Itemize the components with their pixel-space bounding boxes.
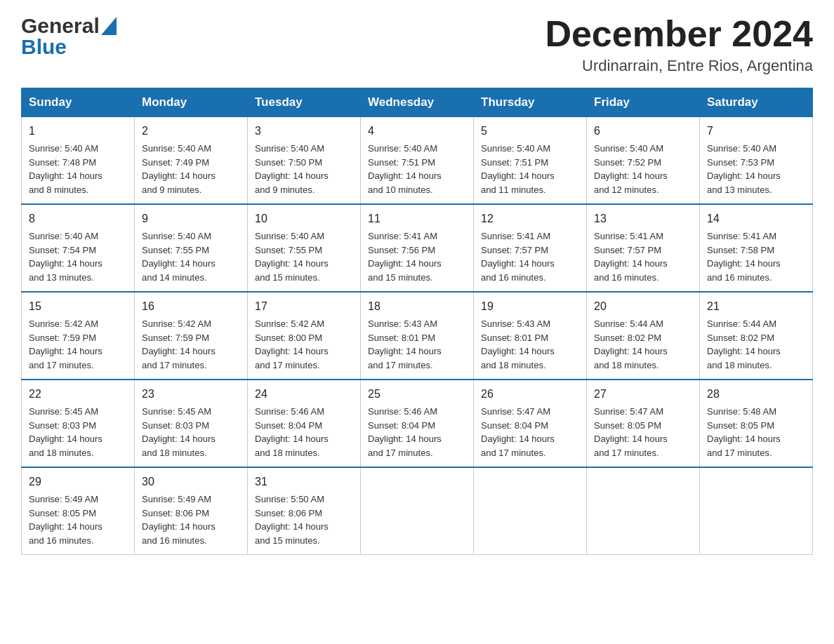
calendar-week-1: 1Sunrise: 5:40 AMSunset: 7:48 PMDaylight…	[22, 117, 813, 205]
logo-blue-text: Blue	[21, 35, 117, 59]
calendar-cell: 19Sunrise: 5:43 AMSunset: 8:01 PMDayligh…	[474, 292, 587, 380]
sun-info-line: Daylight: 14 hours	[255, 434, 329, 444]
day-number: 14	[707, 210, 805, 227]
day-number: 7	[707, 123, 805, 140]
sun-info-line: and 16 minutes.	[29, 535, 94, 546]
calendar-cell: 16Sunrise: 5:42 AMSunset: 7:59 PMDayligh…	[135, 292, 248, 380]
calendar-cell: 24Sunrise: 5:46 AMSunset: 8:04 PMDayligh…	[248, 380, 361, 467]
sun-info-line: Sunrise: 5:40 AM	[368, 143, 437, 154]
sun-info-line: Sunset: 7:58 PM	[707, 245, 774, 255]
sun-info-line: Sunrise: 5:41 AM	[594, 231, 663, 241]
sun-info-line: Sunset: 7:50 PM	[255, 157, 322, 168]
sun-info-line: Sunrise: 5:42 AM	[29, 318, 98, 329]
calendar-cell: 27Sunrise: 5:47 AMSunset: 8:05 PMDayligh…	[587, 380, 700, 467]
calendar-cell	[700, 467, 813, 555]
sun-info-line: Daylight: 14 hours	[255, 521, 329, 532]
sun-info-line: Daylight: 14 hours	[142, 346, 216, 356]
day-number: 26	[481, 386, 579, 403]
sun-info-line: Daylight: 14 hours	[142, 521, 216, 532]
calendar-week-2: 8Sunrise: 5:40 AMSunset: 7:54 PMDaylight…	[22, 204, 813, 292]
sun-info-line: and 17 minutes.	[255, 360, 320, 370]
sun-info-line: Sunrise: 5:48 AM	[707, 406, 776, 417]
col-sunday: Sunday	[22, 88, 135, 117]
day-number: 8	[29, 210, 127, 227]
col-thursday: Thursday	[474, 88, 587, 117]
day-number: 6	[594, 123, 692, 140]
calendar-cell: 11Sunrise: 5:41 AMSunset: 7:56 PMDayligh…	[361, 204, 474, 292]
logo-general-text: General	[21, 14, 100, 38]
sun-info-line: Sunset: 7:55 PM	[255, 245, 322, 255]
sun-info-line: Sunrise: 5:42 AM	[255, 318, 324, 329]
day-number: 20	[594, 298, 692, 315]
sun-info-line: and 15 minutes.	[255, 272, 320, 283]
sun-info-line: and 12 minutes.	[594, 185, 659, 195]
day-number: 15	[29, 298, 127, 315]
sun-info-line: Sunrise: 5:45 AM	[142, 406, 211, 417]
sun-info-line: Sunrise: 5:43 AM	[481, 318, 550, 329]
sun-info-line: Sunset: 8:02 PM	[707, 333, 774, 343]
calendar-cell: 26Sunrise: 5:47 AMSunset: 8:04 PMDayligh…	[474, 380, 587, 467]
calendar-cell	[474, 467, 587, 555]
sun-info-line: Daylight: 14 hours	[29, 258, 102, 269]
sun-info-line: Sunset: 8:04 PM	[255, 420, 322, 431]
sun-info-line: and 16 minutes.	[594, 272, 659, 283]
sun-info-line: Sunset: 8:06 PM	[142, 508, 209, 518]
sun-info-line: and 17 minutes.	[707, 448, 772, 458]
sun-info-line: Sunrise: 5:49 AM	[142, 494, 211, 504]
day-number: 4	[368, 123, 466, 140]
calendar-cell: 5Sunrise: 5:40 AMSunset: 7:51 PMDaylight…	[474, 117, 587, 205]
day-number: 18	[368, 298, 466, 315]
calendar-cell	[361, 467, 474, 555]
sun-info-line: Sunrise: 5:40 AM	[255, 231, 324, 241]
day-number: 30	[142, 474, 240, 490]
sun-info-line: Sunrise: 5:40 AM	[707, 143, 776, 154]
day-number: 25	[368, 386, 466, 403]
day-number: 31	[255, 474, 353, 490]
sun-info-line: Daylight: 14 hours	[594, 170, 668, 181]
sun-info-line: and 18 minutes.	[594, 360, 659, 370]
sun-info-line: Sunrise: 5:46 AM	[255, 406, 324, 417]
sun-info-line: Sunrise: 5:40 AM	[255, 143, 324, 154]
sun-info-line: Sunset: 8:05 PM	[594, 420, 661, 431]
calendar-subtitle: Urdinarrain, Entre Rios, Argentina	[545, 57, 813, 75]
sun-info-line: Sunrise: 5:40 AM	[142, 143, 211, 154]
sun-info-line: Daylight: 14 hours	[481, 346, 555, 356]
calendar-cell: 10Sunrise: 5:40 AMSunset: 7:55 PMDayligh…	[248, 204, 361, 292]
calendar-cell: 29Sunrise: 5:49 AMSunset: 8:05 PMDayligh…	[22, 467, 135, 555]
sun-info-line: Sunrise: 5:44 AM	[707, 318, 776, 329]
sun-info-line: and 9 minutes.	[255, 185, 315, 195]
sun-info-line: Daylight: 14 hours	[368, 346, 442, 356]
day-number: 5	[481, 123, 579, 140]
sun-info-line: Sunrise: 5:41 AM	[481, 231, 550, 241]
sun-info-line: Sunrise: 5:43 AM	[368, 318, 437, 329]
calendar-cell: 4Sunrise: 5:40 AMSunset: 7:51 PMDaylight…	[361, 117, 474, 205]
sun-info-line: and 13 minutes.	[707, 185, 772, 195]
sun-info-line: and 9 minutes.	[142, 185, 201, 195]
sun-info-line: Daylight: 14 hours	[707, 346, 781, 356]
sun-info-line: Sunset: 7:56 PM	[368, 245, 435, 255]
sun-info-line: Daylight: 14 hours	[29, 170, 102, 181]
sun-info-line: Sunset: 8:04 PM	[368, 420, 435, 431]
sun-info-line: Daylight: 14 hours	[368, 258, 442, 269]
sun-info-line: Sunrise: 5:41 AM	[368, 231, 437, 241]
sun-info-line: and 17 minutes.	[481, 448, 546, 458]
calendar-header: Sunday Monday Tuesday Wednesday Thursday…	[22, 88, 813, 117]
sun-info-line: Sunset: 8:01 PM	[368, 333, 435, 343]
sun-info-line: Sunset: 7:52 PM	[594, 157, 661, 168]
sun-info-line: Daylight: 14 hours	[255, 258, 329, 269]
day-number: 16	[142, 298, 240, 315]
sun-info-line: Sunset: 7:49 PM	[142, 157, 209, 168]
sun-info-line: Sunset: 8:04 PM	[481, 420, 548, 431]
calendar-cell: 28Sunrise: 5:48 AMSunset: 8:05 PMDayligh…	[700, 380, 813, 467]
sun-info-line: and 14 minutes.	[142, 272, 207, 283]
sun-info-line: Sunset: 8:02 PM	[594, 333, 661, 343]
day-number: 28	[707, 386, 805, 403]
calendar-cell: 21Sunrise: 5:44 AMSunset: 8:02 PMDayligh…	[700, 292, 813, 380]
sun-info-line: Daylight: 14 hours	[29, 346, 102, 356]
sun-info-line: and 17 minutes.	[368, 360, 433, 370]
col-tuesday: Tuesday	[248, 88, 361, 117]
day-number: 27	[594, 386, 692, 403]
calendar-week-3: 15Sunrise: 5:42 AMSunset: 7:59 PMDayligh…	[22, 292, 813, 380]
day-number: 9	[142, 210, 240, 227]
calendar-cell: 22Sunrise: 5:45 AMSunset: 8:03 PMDayligh…	[22, 380, 135, 467]
